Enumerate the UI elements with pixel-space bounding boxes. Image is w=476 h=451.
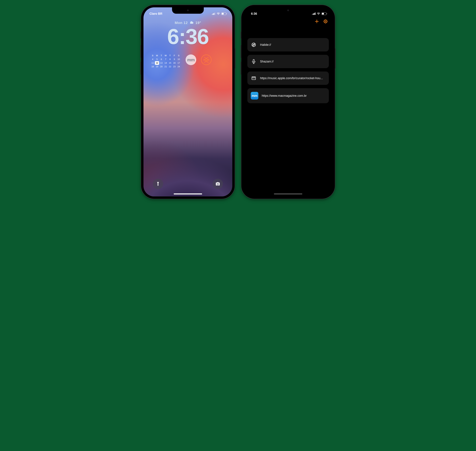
cal-day: 20	[159, 65, 163, 69]
launcher-list: Halide://Shazam://https://music.apple.co…	[247, 38, 329, 103]
cal-day-header: T	[168, 54, 172, 57]
cal-day: 18	[150, 65, 155, 69]
flashlight-button[interactable]	[153, 179, 163, 189]
gear-icon	[323, 19, 328, 24]
cal-day-header: T	[159, 54, 163, 57]
battery-icon	[321, 13, 326, 15]
cal-day: 5	[155, 57, 159, 61]
cal-day: 14	[163, 61, 168, 65]
svg-point-0	[218, 14, 219, 15]
cal-day: 13	[159, 61, 163, 65]
piano-icon	[251, 75, 257, 81]
launcher-item-label: Halide://	[260, 43, 271, 47]
launcher-item[interactable]: Shazam://	[247, 55, 329, 68]
launcher-item-label: Shazam://	[260, 60, 274, 63]
halide-widget[interactable]	[201, 55, 212, 65]
lockscreen-widgets: SMTWTFS 45678910111213141516171819202122…	[150, 54, 225, 69]
launcher-item[interactable]: Halide://	[247, 38, 329, 51]
carrier-label: Claro BR	[150, 12, 162, 16]
launcher-item-label: https://music.apple.com/br/curator/rocke…	[260, 76, 323, 80]
home-indicator[interactable]	[174, 194, 202, 194]
status-right	[312, 12, 326, 15]
cal-day-header: W	[163, 54, 168, 57]
cal-day: 19	[155, 65, 159, 69]
cal-day: 8	[168, 57, 172, 61]
cal-day: 22	[168, 65, 172, 69]
svg-rect-9	[254, 77, 254, 78]
cal-day: 21	[163, 65, 168, 69]
cal-day-header: F	[172, 54, 176, 57]
cal-day: 17	[176, 61, 181, 65]
cal-day: 9	[172, 57, 176, 61]
cal-day: 6	[159, 57, 163, 61]
cal-day: 11	[150, 61, 155, 65]
launcher-item-label: https://www.macmagazine.com.br	[262, 94, 307, 98]
svg-point-4	[325, 21, 326, 22]
lockscreen-bottom-actions	[144, 179, 232, 189]
locklauncher-app: 6:36	[244, 7, 332, 196]
launcher-item[interactable]: mmhttps://www.macmagazine.com.br	[247, 88, 329, 103]
battery-icon	[221, 13, 226, 15]
svg-point-2	[318, 14, 319, 15]
wifi-icon	[217, 12, 220, 15]
camera-button[interactable]	[213, 179, 223, 189]
cal-day: 24	[176, 65, 181, 69]
iphone-app-device: 6:36	[241, 5, 335, 199]
svg-rect-6	[253, 59, 254, 62]
launcher-item[interactable]: https://music.apple.com/br/curator/rocke…	[247, 71, 329, 85]
settings-button[interactable]	[323, 19, 328, 24]
add-button[interactable]	[314, 19, 319, 24]
status-right	[212, 12, 226, 15]
mic-icon	[251, 58, 257, 64]
wifi-icon	[317, 12, 320, 15]
notch	[172, 7, 204, 14]
flashlight-icon	[156, 182, 160, 186]
nav-actions	[314, 19, 328, 24]
svg-point-1	[201, 55, 211, 65]
cal-day: 12	[155, 61, 159, 65]
lockscreen-clock-area: Mon 12 19° 6:36	[144, 21, 232, 47]
cal-day: 23	[172, 65, 176, 69]
calendar-widget[interactable]: SMTWTFS 45678910111213141516171819202122…	[150, 54, 181, 69]
home-indicator[interactable]	[274, 194, 302, 194]
svg-rect-10	[255, 77, 255, 78]
page-title: LockLauncher	[249, 27, 293, 35]
cal-day: 7	[163, 57, 168, 61]
macmagazine-widget[interactable]: mm	[186, 55, 196, 65]
cal-day: 15	[168, 61, 172, 65]
mm-icon: mm	[187, 57, 194, 63]
svg-rect-8	[252, 77, 253, 78]
notch	[272, 7, 304, 14]
lockscreen: Claro BR Mon 12 19° 6:36	[144, 7, 232, 196]
cal-day-header: S	[150, 54, 155, 57]
cal-day: 4	[150, 57, 155, 61]
plus-icon	[314, 19, 319, 24]
cellular-signal-icon	[312, 13, 315, 15]
lockscreen-time: 6:36	[144, 26, 232, 47]
cal-day-header: M	[155, 54, 159, 57]
cal-day: 10	[176, 57, 181, 61]
cal-day-header: S	[176, 54, 181, 57]
aperture-icon	[251, 42, 257, 48]
status-time: 6:36	[250, 12, 257, 16]
camera-icon	[215, 182, 220, 186]
cal-day: 16	[172, 61, 176, 65]
iphone-lockscreen-device: Claro BR Mon 12 19° 6:36	[141, 5, 235, 199]
halide-icon	[201, 55, 212, 65]
mm-icon: mm	[251, 92, 258, 100]
cellular-signal-icon	[212, 13, 215, 15]
